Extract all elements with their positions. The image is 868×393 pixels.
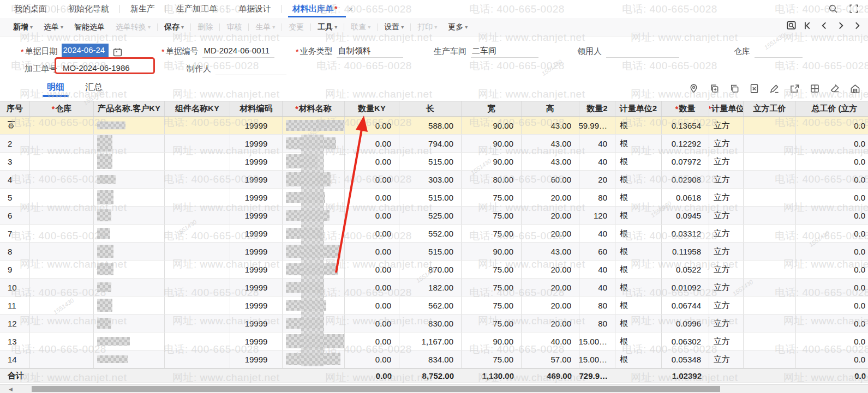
cell-qty[interactable]: 0.0522: [662, 261, 709, 278]
scrollbar-thumb[interactable]: [32, 386, 720, 392]
cell-qty2[interactable]: 120: [579, 207, 615, 224]
window-tab-2[interactable]: 初始化导航: [65, 0, 112, 18]
cell-hgt[interactable]: 57.00: [522, 350, 579, 368]
cell-total[interactable]: 0.0: [796, 225, 868, 242]
cell-qty[interactable]: 0.07972: [662, 153, 709, 170]
cell-unit[interactable]: 立方: [709, 117, 744, 134]
cell-price[interactable]: [744, 117, 796, 134]
cell-unit[interactable]: 立方: [709, 135, 744, 152]
table-row[interactable]: 12199990.00830.0075.0020.0080根0.0996立方0.…: [0, 315, 868, 332]
cell-wid[interactable]: 75.00: [462, 297, 522, 314]
cell-len[interactable]: 515.00: [399, 243, 462, 260]
cell-price[interactable]: [744, 279, 796, 296]
table-row[interactable]: 2199990.00794.0090.0043.0040根0.12292立方0.…: [0, 135, 868, 153]
cell-product[interactable]: [94, 297, 165, 314]
cell-component[interactable]: [165, 189, 230, 206]
doc-date-input[interactable]: 2024-06-24: [62, 44, 109, 58]
cell-qty_ky[interactable]: 0.00: [345, 243, 399, 260]
cell-price[interactable]: [744, 225, 796, 242]
table-row[interactable]: ⚙199990.00588.0090.0043.0059.99…根0.13654…: [0, 117, 868, 135]
cell-total[interactable]: 0.0: [796, 189, 868, 206]
cell-wid[interactable]: 90.00: [462, 243, 522, 260]
cell-product[interactable]: [94, 243, 165, 260]
cell-unit2[interactable]: 根: [615, 315, 662, 332]
column-header-4[interactable]: 组件名称KY: [165, 101, 230, 116]
locate-pin-icon[interactable]: [688, 83, 699, 94]
table-row[interactable]: 5199990.00515.0075.0020.0080根0.0618立方0.0: [0, 189, 868, 207]
cell-wh[interactable]: [30, 297, 94, 314]
warehouse-input[interactable]: [755, 57, 803, 58]
cell-qty[interactable]: 0.13654: [662, 117, 709, 134]
cell-wh[interactable]: [30, 117, 94, 134]
cell-qty[interactable]: 0.06302: [662, 332, 709, 350]
prev-record-icon[interactable]: [819, 20, 830, 31]
toolbar-button-14[interactable]: 更多▾: [448, 22, 468, 32]
recipient-input[interactable]: [606, 57, 679, 58]
cell-wh[interactable]: [30, 332, 94, 350]
cell-hgt[interactable]: 60.00: [522, 171, 579, 188]
cell-price[interactable]: [744, 243, 796, 260]
column-header-12[interactable]: 计量单位2: [615, 101, 662, 116]
column-header-13[interactable]: *数量: [662, 101, 709, 116]
cell-seq[interactable]: 7: [0, 225, 30, 242]
cell-total[interactable]: 0.0: [796, 153, 868, 170]
cell-total[interactable]: 0.0: [796, 332, 868, 350]
cell-qty2[interactable]: 40: [579, 261, 615, 278]
cell-seq[interactable]: 10: [0, 279, 30, 296]
window-tab-3[interactable]: 新生产: [127, 0, 158, 18]
eraser-icon[interactable]: [829, 83, 840, 94]
cell-wid[interactable]: 90.00: [462, 135, 522, 152]
table-row[interactable]: 11199990.00562.0075.0020.0080根0.06744立方0…: [0, 297, 868, 315]
cell-wid[interactable]: 75.00: [462, 261, 522, 278]
cell-qty[interactable]: 0.05348: [662, 350, 709, 368]
cell-hgt[interactable]: 40.00: [522, 332, 579, 350]
cell-qty[interactable]: 0.0996: [662, 315, 709, 332]
cell-len[interactable]: 870.00: [399, 261, 462, 278]
search-icon[interactable]: [828, 3, 839, 14]
cell-price[interactable]: [744, 135, 796, 152]
cell-component[interactable]: [165, 153, 230, 170]
cell-price[interactable]: [744, 153, 796, 170]
cell-code[interactable]: 19999: [230, 261, 283, 278]
cell-code[interactable]: 19999: [230, 135, 283, 152]
cell-material[interactable]: [283, 117, 345, 134]
cell-hgt[interactable]: 20.00: [522, 261, 579, 278]
tab-detail[interactable]: 明细: [47, 82, 64, 93]
cell-component[interactable]: [165, 207, 230, 224]
cell-component[interactable]: [165, 279, 230, 296]
cell-qty_ky[interactable]: 0.00: [345, 153, 399, 170]
cell-product[interactable]: [94, 350, 165, 368]
cell-component[interactable]: [165, 261, 230, 278]
cell-unit[interactable]: 立方: [709, 350, 744, 368]
cell-code[interactable]: 19999: [230, 189, 283, 206]
column-header-2[interactable]: *仓库: [30, 101, 94, 116]
cell-component[interactable]: [165, 297, 230, 314]
cell-unit[interactable]: 立方: [709, 225, 744, 242]
cell-qty2[interactable]: 40: [579, 225, 615, 242]
cell-seq[interactable]: 4: [0, 171, 30, 188]
cell-hgt[interactable]: 20.00: [522, 207, 579, 224]
cell-qty[interactable]: 0.02908: [662, 171, 709, 188]
fullscreen-icon[interactable]: [848, 3, 859, 14]
lookup-icon[interactable]: [786, 20, 797, 31]
cell-unit[interactable]: 立方: [709, 315, 744, 332]
next-record-icon[interactable]: [835, 20, 846, 31]
cell-total[interactable]: 0.0: [796, 297, 868, 314]
cell-code[interactable]: 19999: [230, 153, 283, 170]
cell-qty2[interactable]: 15.00…: [579, 332, 615, 350]
column-header-9[interactable]: 宽: [462, 101, 522, 116]
insert-copy-icon[interactable]: [708, 83, 719, 94]
cell-unit2[interactable]: 根: [615, 207, 662, 224]
table-row[interactable]: 7199990.00552.0075.0020.0040根0.03312立方0.…: [0, 225, 868, 243]
cell-product[interactable]: [94, 279, 165, 296]
column-header-6[interactable]: *材料名称: [283, 101, 345, 116]
cell-unit2[interactable]: 根: [615, 243, 662, 260]
cell-hgt[interactable]: 20.00: [522, 225, 579, 242]
column-header-3[interactable]: 产品名称.客户KY: [94, 101, 165, 116]
cell-seq[interactable]: 9: [0, 261, 30, 278]
cell-product[interactable]: [94, 315, 165, 332]
window-tab-1[interactable]: 我的桌面: [11, 0, 50, 18]
cell-code[interactable]: 19999: [230, 350, 283, 368]
toolbar-button-3[interactable]: 智能选单: [74, 22, 105, 32]
cell-qty2[interactable]: 60: [579, 243, 615, 260]
